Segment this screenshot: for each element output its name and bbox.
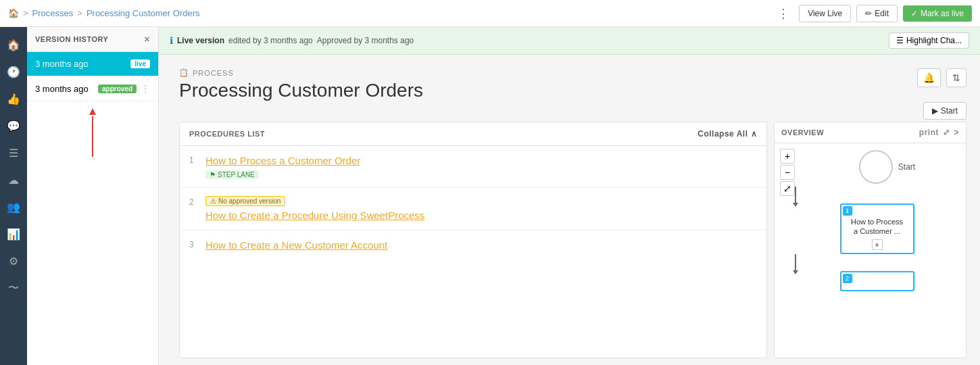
version-item-live[interactable]: 3 months ago live xyxy=(27,52,158,76)
version-live-time: 3 months ago xyxy=(35,59,89,69)
top-bar-actions: ⋮ View Live ✏ Edit ✓ Mark as live xyxy=(773,5,972,22)
sidebar-icon-settings[interactable]: ⚙ xyxy=(1,249,26,273)
zoom-out-button[interactable]: − xyxy=(780,165,795,180)
version-panel-header: VERSION HISTORY × xyxy=(27,27,158,52)
task-icon-2: 2 xyxy=(843,274,852,283)
task-expand-button-1[interactable]: + xyxy=(872,239,883,250)
expand-icon[interactable]: ⤢ xyxy=(943,128,950,137)
flow-task-node-1[interactable]: ℹ How to Processa Customer ... + xyxy=(840,203,914,254)
overview-header: OVERVIEW print ⤢ > xyxy=(775,122,966,143)
flow-start-row: Start xyxy=(859,150,915,184)
task-icon-1: ℹ xyxy=(843,206,852,216)
mark-as-live-button[interactable]: ✓ Mark as live xyxy=(903,5,972,22)
next-icon[interactable]: > xyxy=(954,128,959,137)
procedure-2-title[interactable]: How to Create a Procedure Using SweetPro… xyxy=(205,209,424,222)
zoom-controls: + − ⤢ xyxy=(780,149,795,196)
procedures-list: PROCEDURES LIST Collapse All ∧ 1 How to … xyxy=(179,122,767,358)
flow-start-label: Start xyxy=(898,162,915,172)
sidebar-icon-like[interactable]: 👍 xyxy=(1,87,26,111)
home-icon[interactable]: 🏠 xyxy=(8,8,19,18)
zoom-in-button[interactable]: + xyxy=(780,149,795,164)
breadcrumb-sep2: > xyxy=(77,8,82,18)
zoom-fit-button[interactable]: ⤢ xyxy=(780,181,795,196)
overview-title: OVERVIEW xyxy=(781,128,824,137)
view-live-button[interactable]: View Live xyxy=(799,5,851,22)
flow-task-node-2[interactable]: 2 xyxy=(840,271,914,291)
procedures-list-header: PROCEDURES LIST Collapse All ∧ xyxy=(180,122,766,146)
procedure-1-title[interactable]: How to Process a Customer Order xyxy=(205,154,360,168)
overview-body: + − ⤢ Start xyxy=(775,143,966,358)
live-version-banner: ℹ Live version edited by 3 months ago Ap… xyxy=(159,27,980,55)
flowchart: Start ℹ How to Processa Customer ... + xyxy=(815,150,959,291)
procedure-item-3[interactable]: 3 How to Create a New Customer Account xyxy=(180,230,766,260)
no-approved-text: No approved version xyxy=(218,197,280,205)
procedure-item-1[interactable]: 1 How to Process a Customer Order ⚑ STEP… xyxy=(180,146,766,188)
live-banner-approved: Approved by 3 months ago xyxy=(317,36,414,45)
sidebar-icon-history[interactable]: 🕐 xyxy=(1,59,26,84)
procedure-2-num: 2 xyxy=(189,197,200,207)
steplane-icon: ⚑ xyxy=(210,171,216,178)
process-header: 📋 PROCESS Processing Customer Orders 🔔 ⇅… xyxy=(159,55,980,115)
sort-button[interactable]: ⇅ xyxy=(946,68,966,87)
sidebar-icon-users[interactable]: 👥 xyxy=(1,195,26,219)
process-actions: 🔔 ⇅ xyxy=(917,68,966,87)
breadcrumb-current: Processing Customer Orders xyxy=(87,8,200,18)
version-item-approved[interactable]: 3 months ago approved ⋮ xyxy=(27,76,158,101)
process-title: Processing Customer Orders xyxy=(179,80,960,101)
breadcrumb-sep1: > xyxy=(23,8,28,18)
version-up-arrow xyxy=(89,108,96,157)
edit-icon: ✏ xyxy=(865,9,872,18)
breadcrumb: 🏠 > Processes > Processing Customer Orde… xyxy=(8,8,768,18)
flow-start-node xyxy=(859,150,893,184)
arrow-head xyxy=(89,108,96,115)
edit-button[interactable]: ✏ Edit xyxy=(856,5,898,22)
sidebar-icon-list[interactable]: ☰ xyxy=(1,141,26,165)
sidebar-icon-home[interactable]: 🏠 xyxy=(1,32,26,57)
sidebar-icon-chart[interactable]: 📊 xyxy=(1,222,26,246)
procedure-1-num: 1 xyxy=(189,155,200,165)
sidebar-icon-comments[interactable]: 💬 xyxy=(1,114,26,138)
steplane-text: STEP LANE xyxy=(218,171,255,178)
flow-arrow-1 xyxy=(795,187,796,203)
procedure-1-title-row: 1 How to Process a Customer Order xyxy=(189,154,757,168)
procedure-2-title-row: 2 ⚠ No approved version How to Create a … xyxy=(189,196,757,222)
steplane-badge: ⚑ STEP LANE xyxy=(205,170,259,179)
highlight-changes-button[interactable]: ☰ Highlight Cha... xyxy=(889,32,969,49)
version-live-badge: live xyxy=(130,59,150,68)
sidebar-icon-activity[interactable]: 〜 xyxy=(1,276,26,300)
close-version-panel-button[interactable]: × xyxy=(144,34,150,45)
live-version-label: Live version xyxy=(177,36,224,45)
process-label: 📋 PROCESS xyxy=(179,68,960,77)
highlight-label: Highlight Cha... xyxy=(906,36,962,45)
bell-button[interactable]: 🔔 xyxy=(917,68,941,87)
more-options-icon[interactable]: ⋮ xyxy=(773,6,793,21)
main-layout: 🏠 🕐 👍 💬 ☰ ☁ 👥 📊 ⚙ 〜 VERSION HISTORY × 3 … xyxy=(0,27,980,365)
procedure-item-2[interactable]: 2 ⚠ No approved version How to Create a … xyxy=(180,188,766,231)
overview-header-actions: print ⤢ > xyxy=(919,128,959,137)
main-content: ℹ Live version edited by 3 months ago Ap… xyxy=(159,27,980,365)
info-icon: ℹ xyxy=(170,35,173,46)
icon-sidebar: 🏠 🕐 👍 💬 ☰ ☁ 👥 📊 ⚙ 〜 xyxy=(0,27,27,365)
version-approved-time: 3 months ago xyxy=(35,84,89,94)
procedures-list-title: PROCEDURES LIST xyxy=(189,130,265,138)
version-approved-actions: approved ⋮ xyxy=(98,83,150,94)
procedure-3-num: 3 xyxy=(189,240,200,249)
print-label[interactable]: print xyxy=(919,128,939,137)
process-label-text: PROCESS xyxy=(193,69,234,77)
breadcrumb-processes[interactable]: Processes xyxy=(32,8,74,18)
version-approved-badge: approved xyxy=(98,84,137,93)
warning-icon: ⚠ xyxy=(210,197,216,205)
arrow-line xyxy=(92,116,93,157)
start-button[interactable]: ▶ Start xyxy=(923,102,966,120)
procedure-3-title[interactable]: How to Create a New Customer Account xyxy=(205,239,387,252)
collapse-all-button[interactable]: Collapse All ∧ xyxy=(697,129,757,139)
sidebar-icon-cloud[interactable]: ☁ xyxy=(1,168,26,192)
task-label-1: How to Processa Customer ... xyxy=(846,217,909,237)
procedures-overview: PROCEDURES LIST Collapse All ∧ 1 How to … xyxy=(159,115,980,365)
version-approved-dots[interactable]: ⋮ xyxy=(141,83,150,94)
flow-arrow-2 xyxy=(795,254,796,271)
overview-panel: OVERVIEW print ⤢ > + − ⤢ xyxy=(774,122,966,358)
live-banner-edited: edited by 3 months ago xyxy=(228,36,313,45)
process-label-icon: 📋 xyxy=(179,68,189,77)
highlight-icon: ☰ xyxy=(896,36,904,45)
